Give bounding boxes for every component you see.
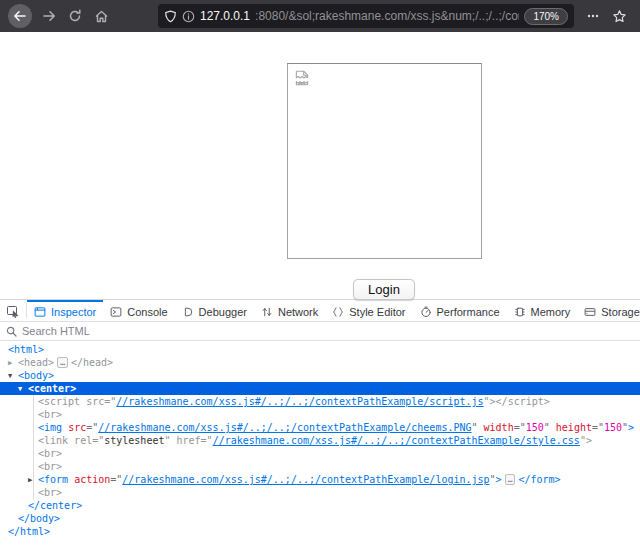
reload-icon bbox=[68, 9, 82, 23]
home-icon bbox=[94, 9, 109, 24]
markup-row[interactable]: <br> bbox=[0, 486, 640, 499]
performance-icon bbox=[420, 306, 432, 318]
memory-icon bbox=[514, 306, 526, 318]
search-html-input[interactable] bbox=[22, 325, 634, 337]
url-path-text: :8080/&sol;rakeshmane.com/xss.js&num;/..… bbox=[255, 9, 519, 23]
markup-text: <script src=" bbox=[38, 396, 116, 407]
tab-label: Debugger bbox=[199, 306, 247, 318]
markup-text: <br> bbox=[38, 409, 62, 420]
tab-label: Network bbox=[278, 306, 318, 318]
network-icon bbox=[261, 306, 273, 318]
markup-row[interactable]: ▶<form action="//rakeshmane.com/xss.js#/… bbox=[0, 473, 640, 486]
inline-children-badge[interactable]: … bbox=[505, 474, 516, 485]
reload-button[interactable] bbox=[62, 3, 88, 29]
markup-row[interactable]: <br> bbox=[0, 460, 640, 473]
home-button[interactable] bbox=[88, 3, 114, 29]
markup-row[interactable]: </center> bbox=[0, 499, 640, 512]
attribute-url-link[interactable]: //rakeshmane.com/xss.js#/..;/..;/context… bbox=[213, 435, 580, 446]
inspector-icon bbox=[34, 306, 46, 318]
markup-row[interactable]: <br> bbox=[0, 447, 640, 460]
markup-text: <img bbox=[38, 422, 62, 433]
page-viewport: Login bbox=[0, 32, 640, 299]
node-picker-button[interactable] bbox=[0, 300, 26, 321]
markup-row[interactable]: <br> bbox=[0, 408, 640, 421]
markup-text: stylesheet bbox=[104, 435, 164, 446]
markup-text: src bbox=[68, 422, 86, 433]
bookmark-star-button[interactable] bbox=[606, 3, 632, 29]
url-bar[interactable]: 127.0.0.1:8080/&sol;rakeshmane.com/xss.j… bbox=[158, 4, 574, 28]
markup-text: </form> bbox=[518, 474, 560, 485]
back-arrow-icon bbox=[13, 9, 27, 23]
info-icon[interactable] bbox=[182, 10, 195, 23]
attribute-url-link[interactable]: //rakeshmane.com/xss.js#/..;/..;/context… bbox=[122, 474, 489, 485]
console-icon bbox=[110, 306, 122, 318]
forward-button[interactable] bbox=[36, 3, 62, 29]
tab-inspector[interactable]: Inspector bbox=[27, 300, 103, 321]
markup-text: =" bbox=[514, 422, 526, 433]
broken-image-placeholder bbox=[287, 63, 482, 259]
tab-network[interactable]: Network bbox=[254, 300, 325, 321]
markup-text: "></script> bbox=[484, 396, 550, 407]
tab-storage[interactable]: Storage bbox=[577, 300, 640, 321]
markup-text: height bbox=[556, 422, 592, 433]
markup-text: > bbox=[496, 474, 502, 485]
url-host-text: 127.0.0.1 bbox=[200, 9, 250, 23]
search-icon bbox=[6, 326, 17, 337]
markup-row[interactable]: <html> bbox=[0, 343, 640, 356]
tab-label: Console bbox=[127, 306, 167, 318]
star-icon bbox=[612, 9, 627, 24]
tab-debugger[interactable]: Debugger bbox=[175, 300, 254, 321]
browser-toolbar: 127.0.0.1:8080/&sol;rakeshmane.com/xss.j… bbox=[0, 0, 640, 32]
broken-image-icon bbox=[293, 69, 311, 87]
markup-text: <center> bbox=[28, 383, 76, 394]
markup-text: </body> bbox=[18, 513, 60, 524]
markup-text: <br> bbox=[38, 461, 62, 472]
tab-label: Memory bbox=[531, 306, 571, 318]
attribute-url-link[interactable]: //rakeshmane.com/xss.js#/..;/..;/context… bbox=[98, 422, 471, 433]
markup-text: " bbox=[472, 422, 484, 433]
tab-style-editor[interactable]: Style Editor bbox=[325, 300, 412, 321]
tab-performance[interactable]: Performance bbox=[413, 300, 507, 321]
tab-console[interactable]: Console bbox=[103, 300, 174, 321]
markup-text: " bbox=[544, 422, 556, 433]
markup-row[interactable]: <link rel="stylesheet" href="//rakeshman… bbox=[0, 434, 640, 447]
markup-text: =" bbox=[110, 474, 122, 485]
markup-text: </center> bbox=[28, 500, 82, 511]
markup-row[interactable]: <img src="//rakeshmane.com/xss.js#/..;/.… bbox=[0, 421, 640, 434]
markup-text: </head> bbox=[71, 357, 113, 368]
markup-text: <head> bbox=[18, 357, 54, 368]
markup-text: <html> bbox=[8, 344, 44, 355]
tab-label: Storage bbox=[601, 306, 640, 318]
markup-row[interactable]: ▶<head>…</head> bbox=[0, 356, 640, 369]
markup-text: <form bbox=[38, 474, 68, 485]
shield-icon bbox=[164, 10, 177, 23]
markup-row[interactable]: </html> bbox=[0, 525, 640, 538]
tab-memory[interactable]: Memory bbox=[507, 300, 578, 321]
markup-text: 150 bbox=[604, 422, 622, 433]
zoom-indicator[interactable]: 170% bbox=[524, 8, 568, 25]
back-button[interactable] bbox=[8, 4, 32, 28]
tab-label: Inspector bbox=[51, 306, 96, 318]
markup-row[interactable]: ▼<center> bbox=[0, 382, 640, 395]
markup-text: " href=" bbox=[164, 435, 212, 446]
markup-row[interactable]: ▼<body> bbox=[0, 369, 640, 382]
markup-text: =" bbox=[86, 422, 98, 433]
markup-text: </html> bbox=[8, 526, 50, 537]
markup-row[interactable]: <script src="//rakeshmane.com/xss.js#/..… bbox=[0, 395, 640, 408]
login-button[interactable]: Login bbox=[353, 279, 415, 300]
meatball-menu-icon bbox=[586, 9, 600, 23]
markup-text: <link rel=" bbox=[38, 435, 104, 446]
devtools-panel: InspectorConsoleDebuggerNetworkStyle Edi… bbox=[0, 299, 640, 558]
markup-text: action bbox=[74, 474, 110, 485]
debugger-icon bbox=[182, 306, 194, 318]
markup-row[interactable]: </body> bbox=[0, 512, 640, 525]
forward-arrow-icon bbox=[42, 9, 56, 23]
markup-text: <br> bbox=[38, 487, 62, 498]
markup-text: <br> bbox=[38, 448, 62, 459]
tab-label: Style Editor bbox=[349, 306, 405, 318]
attribute-url-link[interactable]: //rakeshmane.com/xss.js#/..;/..;/context… bbox=[116, 396, 483, 407]
page-actions-button[interactable] bbox=[580, 3, 606, 29]
node-picker-icon bbox=[6, 304, 20, 318]
inline-children-badge[interactable]: … bbox=[57, 357, 68, 368]
storage-icon bbox=[584, 306, 596, 318]
